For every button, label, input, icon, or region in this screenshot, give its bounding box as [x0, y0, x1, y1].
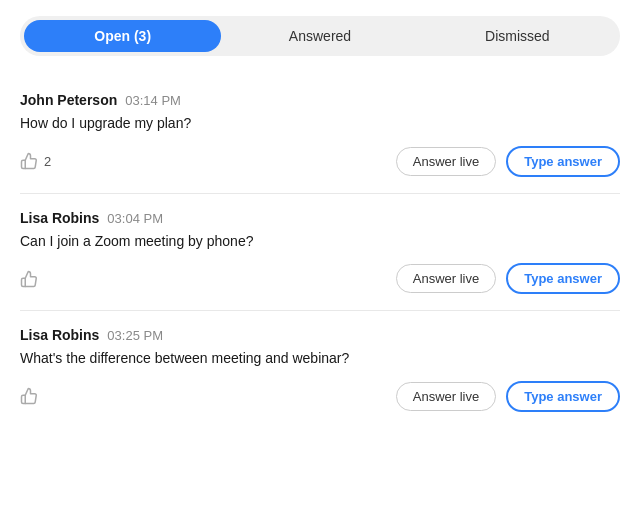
answer-live-button[interactable]: Answer live [396, 147, 496, 176]
author-name: Lisa Robins [20, 327, 99, 343]
question-item: Lisa Robins 03:04 PM Can I join a Zoom m… [20, 198, 620, 312]
action-buttons: Answer live Type answer [396, 146, 620, 177]
question-header: Lisa Robins 03:25 PM [20, 327, 620, 343]
question-footer: 2 Answer live Type answer [20, 146, 620, 177]
tab-open[interactable]: Open (3) [24, 20, 221, 52]
type-answer-button[interactable]: Type answer [506, 263, 620, 294]
action-buttons: Answer live Type answer [396, 263, 620, 294]
question-header: Lisa Robins 03:04 PM [20, 210, 620, 226]
question-header: John Peterson 03:14 PM [20, 92, 620, 108]
question-footer: Answer live Type answer [20, 263, 620, 294]
tabs-container: Open (3) Answered Dismissed [20, 16, 620, 56]
like-section [20, 270, 38, 288]
author-name: John Peterson [20, 92, 117, 108]
question-item: Lisa Robins 03:25 PM What's the differen… [20, 315, 620, 428]
like-section [20, 387, 38, 405]
timestamp: 03:14 PM [125, 93, 181, 108]
like-count: 2 [44, 154, 51, 169]
action-buttons: Answer live Type answer [396, 381, 620, 412]
thumbs-up-icon [20, 387, 38, 405]
type-answer-button[interactable]: Type answer [506, 381, 620, 412]
author-name: Lisa Robins [20, 210, 99, 226]
answer-live-button[interactable]: Answer live [396, 264, 496, 293]
questions-list: John Peterson 03:14 PM How do I upgrade … [20, 80, 620, 428]
tab-answered[interactable]: Answered [221, 20, 418, 52]
thumbs-up-icon [20, 152, 38, 170]
question-text: How do I upgrade my plan? [20, 114, 620, 134]
thumbs-up-icon [20, 270, 38, 288]
question-text: What's the difference between meeting an… [20, 349, 620, 369]
timestamp: 03:25 PM [107, 328, 163, 343]
tab-dismissed[interactable]: Dismissed [419, 20, 616, 52]
question-text: Can I join a Zoom meeting by phone? [20, 232, 620, 252]
answer-live-button[interactable]: Answer live [396, 382, 496, 411]
question-item: John Peterson 03:14 PM How do I upgrade … [20, 80, 620, 194]
type-answer-button[interactable]: Type answer [506, 146, 620, 177]
timestamp: 03:04 PM [107, 211, 163, 226]
question-footer: Answer live Type answer [20, 381, 620, 412]
like-section: 2 [20, 152, 51, 170]
